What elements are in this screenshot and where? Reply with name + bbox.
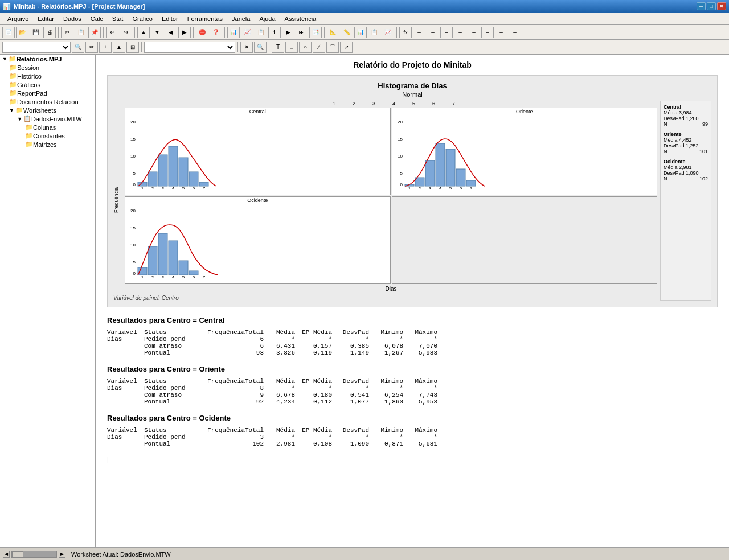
tb-b2[interactable]: 📈 bbox=[241, 27, 253, 38]
header-desvpad-1: DesvPad bbox=[332, 329, 369, 336]
stats-header-ocidente: Variável Status FrequênciaTotal Média EP… bbox=[107, 427, 718, 434]
tb2-b4[interactable]: ▲ bbox=[113, 42, 125, 53]
scrollbar-track[interactable] bbox=[11, 551, 57, 558]
expand-root[interactable]: ▼ bbox=[2, 56, 7, 62]
row7-max: * bbox=[403, 434, 437, 440]
menu-editor[interactable]: Editor bbox=[157, 14, 183, 23]
menu-ferramentas[interactable]: Ferramentas bbox=[183, 14, 227, 23]
text-cursor: | bbox=[107, 456, 109, 463]
tb-b17[interactable]: – bbox=[468, 27, 480, 38]
tb-b14[interactable]: – bbox=[427, 27, 439, 38]
tb-b13[interactable]: – bbox=[413, 27, 425, 38]
expand-dadosenvio[interactable]: ▼ bbox=[17, 116, 22, 122]
menu-editar[interactable]: Editar bbox=[33, 14, 59, 23]
tb-left[interactable]: ◀ bbox=[165, 27, 177, 38]
row5-ep: 0,180 bbox=[295, 392, 332, 398]
tb-b9[interactable]: 📏 bbox=[341, 27, 353, 38]
tb2-b9[interactable]: □ bbox=[285, 42, 298, 53]
tb-cut[interactable]: ✂ bbox=[61, 27, 73, 38]
minimize-button[interactable]: ─ bbox=[697, 2, 706, 10]
row5-desvpad: 0,541 bbox=[332, 392, 369, 398]
menu-calc[interactable]: Calc bbox=[86, 14, 108, 23]
tb-b5[interactable]: ▶ bbox=[282, 27, 294, 38]
tb-b16[interactable]: – bbox=[454, 27, 466, 38]
tb-b8[interactable]: 📐 bbox=[327, 27, 339, 38]
expand-worksheets[interactable]: ▼ bbox=[9, 108, 14, 113]
menu-stat[interactable]: Stat bbox=[108, 14, 128, 23]
tb2-b5[interactable]: ⊞ bbox=[126, 42, 139, 53]
tree-constantes-label: Constantes bbox=[33, 133, 65, 139]
tb-save[interactable]: 💾 bbox=[30, 27, 42, 38]
section-title-central: Resultados para Centro = Central bbox=[107, 316, 718, 324]
chart-panel-empty bbox=[392, 196, 658, 284]
cursor-area[interactable]: | bbox=[107, 456, 718, 463]
tb2-b1[interactable]: 🔍 bbox=[72, 42, 84, 53]
tb-b18[interactable]: – bbox=[481, 27, 494, 38]
scroll-left-btn[interactable]: ◀ bbox=[3, 551, 10, 558]
tb2-b2[interactable]: ✏ bbox=[85, 42, 98, 53]
legend-central-n-val: 99 bbox=[702, 121, 708, 127]
tb-b3[interactable]: 📋 bbox=[255, 27, 267, 38]
menu-grafico[interactable]: Gráfico bbox=[128, 14, 157, 23]
tb2-b3[interactable]: + bbox=[99, 42, 112, 53]
legend-ocidente-desvpad-val: 1,090 bbox=[686, 170, 699, 176]
tree-constantes[interactable]: 📁 Constantes bbox=[0, 131, 95, 140]
tree-historico[interactable]: 📁 Histórico bbox=[0, 72, 95, 80]
tb-b15[interactable]: – bbox=[440, 27, 453, 38]
tb-down[interactable]: ▼ bbox=[151, 27, 163, 38]
tree-graficos[interactable]: 📁 Gráficos bbox=[0, 80, 95, 89]
tb-new[interactable]: 📄 bbox=[2, 27, 15, 38]
tb-paste[interactable]: 📌 bbox=[88, 27, 101, 38]
scrollbar-thumb[interactable] bbox=[12, 551, 23, 557]
y-axis-label: Frequência bbox=[113, 108, 124, 292]
menu-ajuda[interactable]: Ajuda bbox=[255, 14, 280, 23]
tb-open[interactable]: 📂 bbox=[16, 27, 28, 38]
tree-worksheets[interactable]: ▼ 📁 Worksheets bbox=[0, 106, 95, 114]
tb2-b11[interactable]: ∕ bbox=[313, 42, 325, 53]
tb2-b12[interactable]: ⌒ bbox=[326, 42, 339, 53]
tb-b6[interactable]: ⏭ bbox=[296, 27, 308, 38]
tree-session[interactable]: 📁 Session bbox=[0, 63, 95, 72]
tb-b4[interactable]: ℹ bbox=[268, 27, 281, 38]
tree-root[interactable]: ▼ 📁 Relatórios.MPJ bbox=[0, 55, 95, 63]
tb-print[interactable]: 🖨 bbox=[43, 27, 56, 38]
tb-b11[interactable]: 📋 bbox=[368, 27, 380, 38]
tb-up[interactable]: ▲ bbox=[137, 27, 150, 38]
tb-b19[interactable]: – bbox=[495, 27, 507, 38]
tb-b7[interactable]: 📑 bbox=[309, 27, 322, 38]
tb2-b13[interactable]: ↗ bbox=[340, 42, 353, 53]
tb2-b7[interactable]: 🔍 bbox=[254, 42, 267, 53]
section-title-oriente: Resultados para Centro = Oriente bbox=[107, 365, 718, 373]
tb-stop[interactable]: ⛔ bbox=[196, 27, 208, 38]
tb-undo[interactable]: ↩ bbox=[106, 27, 118, 38]
menu-janela[interactable]: Janela bbox=[227, 14, 255, 23]
tb-b20[interactable]: – bbox=[509, 27, 521, 38]
tb2-b6[interactable]: ✕ bbox=[240, 42, 253, 53]
menu-dados[interactable]: Dados bbox=[59, 14, 86, 23]
tb-redo[interactable]: ↪ bbox=[120, 27, 132, 38]
tb-right[interactable]: ▶ bbox=[178, 27, 191, 38]
menu-bar: Arquivo Editar Dados Calc Stat Gráfico E… bbox=[0, 13, 729, 25]
tb-fx[interactable]: fx bbox=[399, 27, 412, 38]
tb-copy[interactable]: 📋 bbox=[75, 27, 87, 38]
menu-assistencia[interactable]: Assistência bbox=[280, 14, 321, 23]
toolbar-select-1[interactable] bbox=[2, 42, 71, 53]
scroll-right-btn[interactable]: ▶ bbox=[59, 551, 65, 558]
tb-help[interactable]: ❓ bbox=[210, 27, 222, 38]
tree-matrizes[interactable]: 📁 Matrizes bbox=[0, 140, 95, 149]
tree-reportpad[interactable]: 📁 ReportPad bbox=[0, 89, 95, 97]
tree-colunas[interactable]: 📁 Colunas bbox=[0, 123, 95, 131]
tb2-b8[interactable]: T bbox=[272, 42, 284, 53]
toolbar-select-2[interactable] bbox=[144, 42, 235, 53]
stats-row-3-2: Pontual 102 2,981 0,108 1,090 0,871 5,68… bbox=[107, 440, 718, 447]
maximize-button[interactable]: □ bbox=[707, 2, 716, 10]
tb-b10[interactable]: 📊 bbox=[354, 27, 367, 38]
close-button[interactable]: ✕ bbox=[717, 2, 726, 10]
tree-documentos[interactable]: 📁 Documentos Relacion bbox=[0, 97, 95, 106]
tb-b12[interactable]: 📈 bbox=[382, 27, 394, 38]
menu-arquivo[interactable]: Arquivo bbox=[3, 14, 33, 23]
tb2-b10[interactable]: ○ bbox=[299, 42, 312, 53]
tb-b1[interactable]: 📊 bbox=[227, 27, 240, 38]
header-status-2: Status bbox=[144, 378, 201, 385]
tree-dadosenvio[interactable]: ▼ 📋 DadosEnvio.MTW bbox=[0, 114, 95, 123]
